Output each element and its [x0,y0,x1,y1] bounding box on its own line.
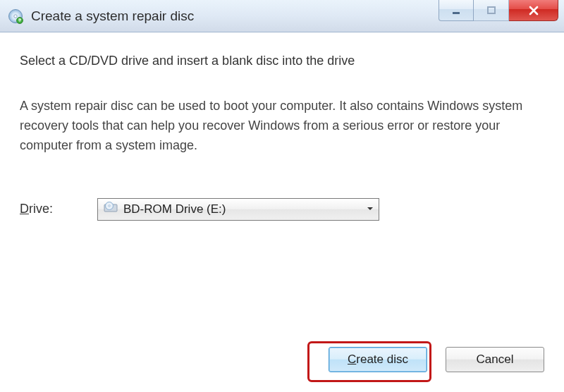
close-button[interactable] [509,0,558,21]
window-title: Create a system repair disc [31,8,194,24]
svg-rect-3 [453,12,460,14]
drive-select[interactable]: BD-ROM Drive (E:) [97,198,379,221]
maximize-button [474,0,509,21]
cancel-button[interactable]: Cancel [446,347,544,372]
window-controls [439,0,558,21]
svg-point-7 [109,205,111,207]
svg-point-1 [14,14,17,17]
title-bar: Create a system repair disc [0,0,564,32]
drive-label: Drive: [20,202,69,216]
button-row: Create disc Cancel [329,347,544,372]
disc-app-icon [7,8,24,25]
drive-select-value: BD-ROM Drive (E:) [123,202,362,216]
optical-drive-icon [104,200,118,218]
instruction-heading: Select a CD/DVD drive and insert a blank… [20,54,544,68]
description-text: A system repair disc can be used to boot… [20,97,541,156]
minimize-button[interactable] [439,0,474,21]
create-disc-button[interactable]: Create disc [329,347,427,372]
svg-rect-4 [488,7,495,13]
drive-row: Drive: BD-ROM Drive (E:) [20,198,544,221]
chevron-down-icon [362,202,379,216]
dialog-body: Select a CD/DVD drive and insert a blank… [0,32,564,392]
